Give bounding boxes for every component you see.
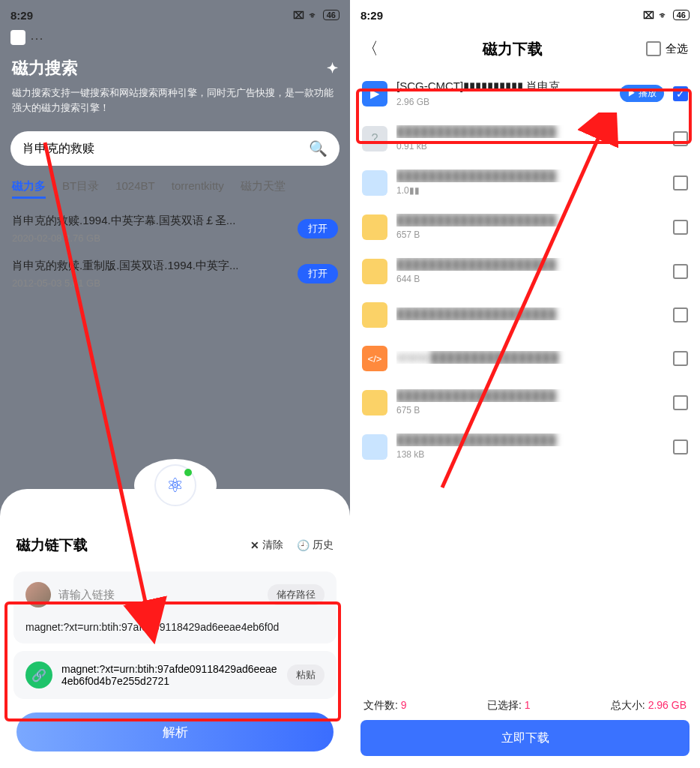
history-button[interactable]: 🕘历史 xyxy=(297,538,334,552)
back-icon[interactable]: 〈 xyxy=(362,38,378,60)
select-all[interactable]: 全选 xyxy=(646,41,688,56)
link-icon: 🔗 xyxy=(25,662,52,688)
img-file-icon xyxy=(362,434,387,460)
page-subtitle: 磁力搜索支持一键搜索和网站搜索两种引擎，同时无广告快搜，是一款功能强大的磁力搜索… xyxy=(12,86,338,115)
status-icons: ⌧ ᯤ 46 xyxy=(643,10,690,21)
titlebar: 〈 磁力下载 全选 xyxy=(350,30,700,70)
file-row-5[interactable]: ████████████████████ xyxy=(350,293,700,337)
right-phone: 8:29 ⌧ ᯤ 46 〈 磁力下载 全选 ▶[SCG-CMCT]▮▮▮▮▮▮▮… xyxy=(350,0,700,768)
tab-3[interactable]: torrentkitty xyxy=(172,179,224,199)
app-switcher: ⋯ xyxy=(0,30,350,46)
file-row-7[interactable]: ████████████████████675 B xyxy=(350,380,700,424)
file-row-8[interactable]: ████████████████████138 kB xyxy=(350,424,700,469)
clock-icon: 🕘 xyxy=(297,539,310,551)
file-size: 0.91 kB xyxy=(396,141,664,152)
search-input[interactable] xyxy=(22,142,309,155)
file-name: ████████████████████ xyxy=(396,125,664,138)
file-checkbox[interactable] xyxy=(673,131,688,146)
cast-icon: ⌧ xyxy=(293,10,304,21)
clipboard-magnet: magnet:?xt=urn:btih:97afde09118429ad6eea… xyxy=(61,663,278,687)
fold-file-icon xyxy=(362,214,387,240)
file-name: ████████████████████ xyxy=(396,434,664,446)
file-checkbox[interactable] xyxy=(673,308,688,322)
file-checkbox[interactable]: ✓ xyxy=(673,86,688,101)
link-input-card: 请输入链接 储存路径 magnet:?xt=urn:btih:97afde091… xyxy=(13,572,337,644)
page-title: 磁力搜索 xyxy=(12,57,78,80)
file-size: 2.96 GB xyxy=(396,97,611,107)
atom-icon: ⚛ xyxy=(154,464,196,506)
wifi-icon: ᯤ xyxy=(659,10,669,21)
file-name: ████████████████████ xyxy=(396,170,664,182)
file-size: 644 B xyxy=(396,274,664,284)
fold-file-icon xyxy=(362,302,387,328)
result-meta: 2020-02-08 2.76 GB xyxy=(12,232,235,244)
battery-icon: 46 xyxy=(673,10,690,20)
file-checkbox[interactable] xyxy=(673,220,688,235)
open-button[interactable]: 打开 xyxy=(298,264,338,284)
file-row-0[interactable]: ▶[SCG-CMCT]▮▮▮▮▮▮▮▮▮▮.肖申克...2.96 GB▶ 播放✓ xyxy=(350,70,700,116)
summary-stats: 文件数: 9 已选择: 1 总大小: 2.96 GB xyxy=(360,699,690,720)
bookmark-icon[interactable]: ✦ xyxy=(327,60,338,76)
more-icon: ⋯ xyxy=(30,30,43,46)
app-icon xyxy=(10,30,25,45)
file-checkbox[interactable] xyxy=(673,440,688,454)
file-row-1[interactable]: ?████████████████████0.91 kB xyxy=(350,116,700,160)
file-row-6[interactable]: </>WWW.████████████████ xyxy=(350,337,700,380)
download-button[interactable]: 立即下载 xyxy=(360,720,690,756)
file-row-4[interactable]: ████████████████████644 B xyxy=(350,249,700,293)
fold-file-icon xyxy=(362,259,387,284)
status-time: 8:29 xyxy=(360,9,383,22)
file-checkbox[interactable] xyxy=(673,264,688,279)
link-placeholder: 请输入链接 xyxy=(58,588,115,602)
clipboard-card: 🔗 magnet:?xt=urn:btih:97afde09118429ad6e… xyxy=(13,651,337,699)
file-name: ████████████████████ xyxy=(396,389,664,402)
result-title: 肖申克的救赎.重制版.国英双语.1994.中英字... xyxy=(12,259,239,273)
file-size: 1.0▮▮ xyxy=(396,185,664,196)
file-row-3[interactable]: ████████████████████657 B xyxy=(350,205,700,249)
result-title: 肖申克的救赎.1994.中英字幕.国英双语￡圣... xyxy=(12,214,235,228)
result-row-1[interactable]: 肖申克的救赎.重制版.国英双语.1994.中英字... 2012-05-03 5… xyxy=(0,251,350,296)
file-name: WWW.████████████████ xyxy=(396,351,664,364)
selected-label: 已选择: xyxy=(487,699,522,711)
status-icons: ⌧ ᯤ 46 xyxy=(293,10,340,21)
tab-1[interactable]: BT目录 xyxy=(62,179,99,199)
tab-2[interactable]: 1024BT xyxy=(115,179,155,199)
storage-path-button[interactable]: 储存路径 xyxy=(268,584,325,605)
status-time: 8:29 xyxy=(10,9,33,22)
checkbox-icon[interactable] xyxy=(646,41,661,56)
result-row-0[interactable]: 肖申克的救赎.1994.中英字幕.国英双语￡圣... 2020-02-08 2.… xyxy=(0,206,350,251)
q-file-icon: ? xyxy=(362,126,387,152)
result-meta: 2012-05-03 5.01 GB xyxy=(12,278,239,289)
search-icon[interactable]: 🔍 xyxy=(309,140,328,158)
file-checkbox[interactable] xyxy=(673,176,688,190)
file-size: 675 B xyxy=(396,405,664,416)
clear-button[interactable]: ✕清除 xyxy=(250,538,283,552)
open-button[interactable]: 打开 xyxy=(298,219,338,238)
img-file-icon xyxy=(362,170,387,196)
source-tabs: 磁力多 BT目录 1024BT torrentkitty 磁力天堂 xyxy=(0,166,350,206)
tab-4[interactable]: 磁力天堂 xyxy=(241,179,286,199)
magnet-text[interactable]: magnet:?xt=urn:btih:97afde09118429ad6eea… xyxy=(25,621,325,633)
file-checkbox[interactable] xyxy=(673,351,688,366)
tab-0[interactable]: 磁力多 xyxy=(12,179,46,199)
magnet-sheet: ⚛ 磁力链下载 ✕清除 🕘历史 请输入链接 储存路径 magnet:?xt=ur… xyxy=(0,489,350,768)
page-header: 磁力搜索 ✦ 磁力搜索支持一键搜索和网站搜索两种引擎，同时无广告快搜，是一款功能… xyxy=(0,46,350,122)
size-value: 2.96 GB xyxy=(648,699,687,711)
file-name: ████████████████████ xyxy=(396,214,664,226)
play-button[interactable]: ▶ 播放 xyxy=(620,85,664,102)
count-label: 文件数: xyxy=(363,699,398,711)
parse-button[interactable]: 解析 xyxy=(16,712,334,752)
paste-button[interactable]: 粘贴 xyxy=(287,664,325,686)
wifi-icon: ᯤ xyxy=(309,10,319,21)
status-bar: 8:29 ⌧ ᯤ 46 xyxy=(0,0,350,30)
file-checkbox[interactable] xyxy=(673,395,688,410)
search-bar[interactable]: 🔍 xyxy=(10,131,340,166)
file-row-2[interactable]: ████████████████████1.0▮▮ xyxy=(350,160,700,205)
code-file-icon: </> xyxy=(362,346,387,371)
file-name: ████████████████████ xyxy=(396,258,664,271)
count-value: 9 xyxy=(401,699,407,711)
cast-icon: ⌧ xyxy=(643,10,654,21)
sheet-title: 磁力链下载 xyxy=(16,536,88,555)
file-list: ▶[SCG-CMCT]▮▮▮▮▮▮▮▮▮▮.肖申克...2.96 GB▶ 播放✓… xyxy=(350,70,700,469)
bottom-bar: 文件数: 9 已选择: 1 总大小: 2.96 GB 立即下载 xyxy=(350,692,700,768)
